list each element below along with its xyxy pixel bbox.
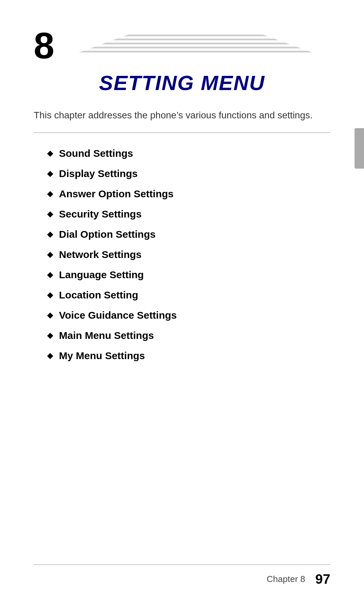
bullet-diamond-icon: ◆	[47, 330, 53, 341]
menu-item-label: Voice Guidance Settings	[59, 308, 177, 322]
menu-item-language-setting: ◆Language Setting	[47, 268, 330, 282]
bullet-diamond-icon: ◆	[47, 189, 53, 199]
footer-divider	[34, 565, 330, 565]
bullet-diamond-icon: ◆	[47, 351, 53, 361]
footer-content: Chapter 8 97	[34, 572, 330, 587]
bullet-diamond-icon: ◆	[47, 169, 53, 179]
menu-item-label: Network Settings	[59, 248, 142, 262]
diagonal-lines-decoration	[61, 32, 330, 59]
menu-item-label: Security Settings	[59, 207, 142, 221]
svg-marker-5	[61, 32, 135, 59]
page-container: 8 SETTING MENU This chapter addresses th…	[0, 0, 364, 607]
top-divider	[34, 133, 330, 133]
bullet-diamond-icon: ◆	[47, 290, 53, 300]
menu-item-my-menu-settings: ◆My Menu Settings	[47, 349, 330, 363]
bullet-diamond-icon: ◆	[47, 310, 53, 321]
footer: Chapter 8 97	[34, 565, 330, 587]
header-section: 8	[34, 27, 330, 64]
menu-item-location-setting: ◆Location Setting	[47, 288, 330, 302]
menu-item-label: My Menu Settings	[59, 349, 145, 363]
menu-item-voice-guidance-settings: ◆Voice Guidance Settings	[47, 308, 330, 322]
menu-item-label: Language Setting	[59, 268, 144, 282]
side-tab	[355, 128, 364, 169]
footer-chapter-label: Chapter 8	[267, 574, 305, 584]
menu-item-label: Dial Option Settings	[59, 227, 156, 241]
menu-item-dial-option-settings: ◆Dial Option Settings	[47, 227, 330, 241]
menu-item-display-settings: ◆Display Settings	[47, 167, 330, 181]
page-description: This chapter addresses the phone’s vario…	[34, 108, 330, 122]
menu-item-security-settings: ◆Security Settings	[47, 207, 330, 221]
bullet-diamond-icon: ◆	[47, 229, 53, 240]
page-title: SETTING MENU	[34, 71, 330, 95]
svg-marker-6	[256, 32, 330, 59]
bullet-diamond-icon: ◆	[47, 250, 53, 260]
menu-item-label: Display Settings	[59, 167, 138, 181]
menu-item-label: Main Menu Settings	[59, 328, 154, 343]
menu-item-label: Answer Option Settings	[59, 187, 174, 201]
menu-item-label: Location Setting	[59, 288, 138, 302]
footer-page-number: 97	[315, 572, 331, 587]
menu-item-main-menu-settings: ◆Main Menu Settings	[47, 328, 330, 343]
menu-item-network-settings: ◆Network Settings	[47, 248, 330, 262]
bullet-diamond-icon: ◆	[47, 270, 53, 280]
menu-item-label: Sound Settings	[59, 146, 133, 161]
bullet-diamond-icon: ◆	[47, 209, 53, 220]
chapter-number: 8	[34, 27, 54, 64]
menu-list: ◆Sound Settings◆Display Settings◆Answer …	[47, 146, 330, 363]
menu-item-answer-option-settings: ◆Answer Option Settings	[47, 187, 330, 201]
bullet-diamond-icon: ◆	[47, 148, 53, 159]
menu-item-sound-settings: ◆Sound Settings	[47, 146, 330, 161]
